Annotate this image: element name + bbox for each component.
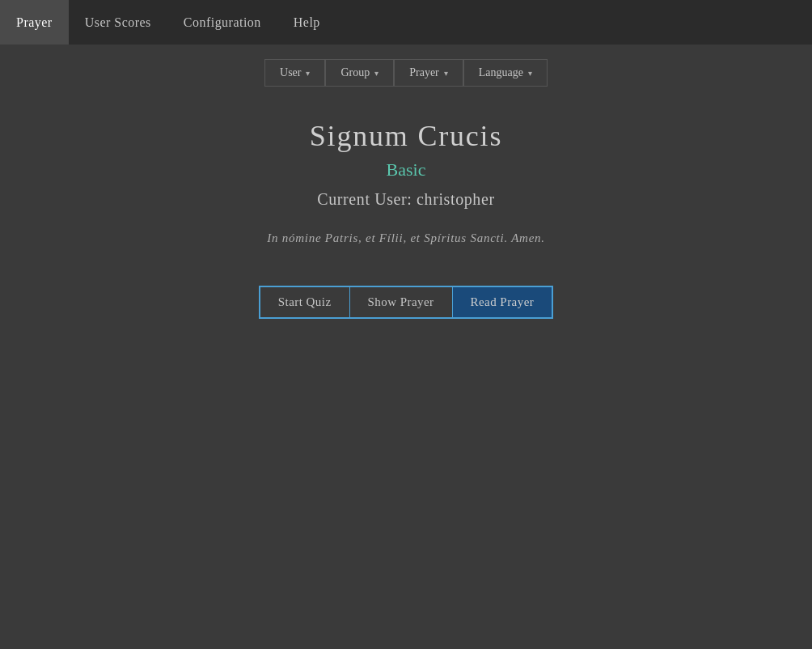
show-prayer-button[interactable]: Show Prayer	[350, 287, 453, 317]
user-dropdown-arrow: ▾	[306, 69, 310, 78]
prayer-title: Signum Crucis	[310, 119, 502, 153]
action-buttons-group: Start Quiz Show Prayer Read Prayer	[259, 286, 553, 319]
nav-configuration[interactable]: Configuration	[167, 0, 277, 45]
prayer-dropdown-arrow: ▾	[444, 69, 448, 78]
current-user: Current User: christopher	[317, 190, 494, 209]
language-dropdown-arrow: ▾	[528, 69, 532, 78]
prayer-dropdown-button[interactable]: Prayer ▾	[394, 59, 463, 87]
prayer-text: In nómine Patris, et Fílii, et Spíritus …	[267, 231, 545, 245]
start-quiz-button[interactable]: Start Quiz	[260, 287, 350, 317]
language-dropdown-button[interactable]: Language ▾	[463, 59, 548, 87]
nav-user-scores[interactable]: User Scores	[69, 0, 167, 45]
group-dropdown-button[interactable]: Group ▾	[325, 59, 394, 87]
nav-prayer[interactable]: Prayer	[0, 0, 69, 45]
navbar: Prayer User Scores Configuration Help	[0, 0, 812, 45]
user-dropdown-button[interactable]: User ▾	[264, 59, 325, 87]
main-content: Signum Crucis Basic Current User: christ…	[0, 119, 812, 319]
nav-help[interactable]: Help	[277, 0, 336, 45]
prayer-category: Basic	[387, 159, 426, 180]
toolbar: User ▾ Group ▾ Prayer ▾ Language ▾	[0, 59, 812, 87]
read-prayer-button[interactable]: Read Prayer	[453, 287, 552, 317]
group-dropdown-arrow: ▾	[374, 69, 379, 78]
